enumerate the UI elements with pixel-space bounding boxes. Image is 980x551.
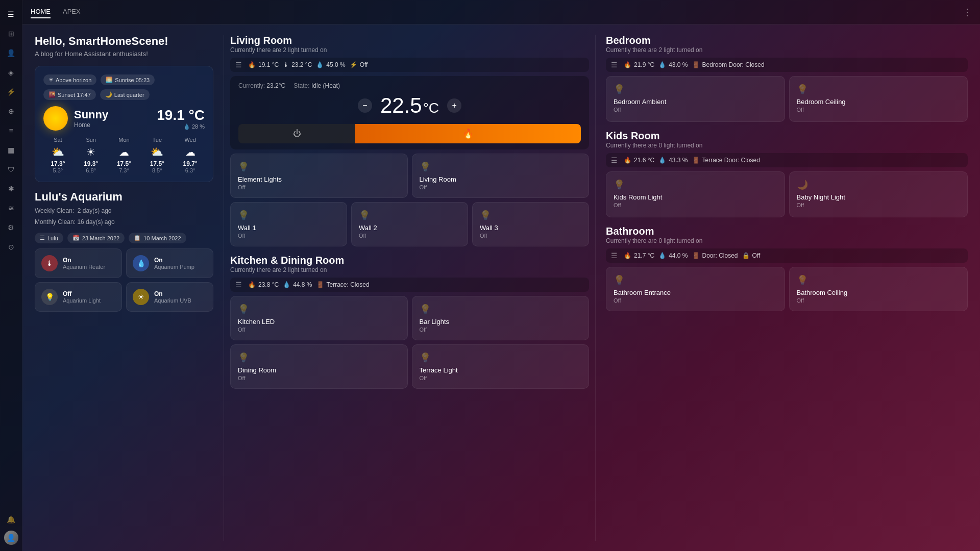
sensor-power: ⚡ Off bbox=[350, 61, 368, 68]
aquarium-light-icon: 💡 bbox=[41, 289, 58, 305]
sidebar-menu-icon[interactable]: ☰ bbox=[3, 6, 19, 22]
light-element-lights[interactable]: 💡 Element Lights Off bbox=[230, 154, 408, 198]
sensor-menu-icon[interactable]: ☰ bbox=[235, 61, 242, 69]
greeting-title: Hello, SmartHomeScene! bbox=[35, 35, 213, 48]
kitchen-lights: 💡 Kitchen LED Off 💡 Bar Lights Off 💡 Din… bbox=[230, 296, 589, 389]
kitchen-section: Kitchen & Dining Room Currently there ar… bbox=[230, 255, 589, 389]
device-heater[interactable]: 🌡 On Aquarium Heater bbox=[35, 248, 122, 278]
sidebar-developer-icon[interactable]: ⊙ bbox=[3, 239, 19, 255]
light-kids-room-light[interactable]: 💡 Kids Room Light Off bbox=[606, 171, 785, 217]
bathroom-lock: 🔒 Off bbox=[742, 252, 761, 259]
sensor-temp2: 🌡 23.2 °C bbox=[283, 61, 312, 68]
light-living-room[interactable]: 💡 Living Room Off bbox=[412, 154, 590, 198]
kids-room-lights: 💡 Kids Room Light Off 🌙 Baby Night Light… bbox=[606, 171, 968, 217]
light-icon: 💡 bbox=[480, 210, 581, 221]
forecast-wed: Wed ☁ 19.7° 6.3° bbox=[176, 137, 205, 173]
sidebar-shield-icon[interactable]: 🛡 bbox=[3, 161, 19, 178]
light-bar-lights[interactable]: 💡 Bar Lights Off bbox=[412, 296, 590, 340]
bathroom-temp: 🔥 21.7 °C bbox=[624, 252, 654, 259]
light-icon: 💡 bbox=[420, 352, 582, 363]
thermostat-info: Currently: 23.2°C State: Idle (Heat) bbox=[238, 82, 581, 89]
weather-info: Sunny Home bbox=[74, 108, 151, 129]
kids-room-subtitle: Currently there are 0 light turned on bbox=[606, 142, 968, 149]
sidebar-chart-icon[interactable]: ▦ bbox=[3, 142, 19, 158]
weather-temperature: 19.1 °C bbox=[157, 107, 205, 123]
living-room-section: Living Room Currently there are 2 light … bbox=[230, 35, 589, 246]
kids-room-sensors: ☰ 🔥 21.6 °C 💧 43.3 % 🚪 Terrace Door: Clo… bbox=[606, 153, 968, 167]
tab-home[interactable]: HOME bbox=[31, 6, 51, 18]
thermostat-decrease-button[interactable]: − bbox=[358, 98, 372, 113]
kitchen-header: Kitchen & Dining Room Currently there ar… bbox=[230, 255, 589, 273]
kitchen-humidity: 💧 44.8 % bbox=[283, 281, 312, 288]
sidebar-automation-icon[interactable]: ✱ bbox=[3, 181, 19, 197]
light-terrace-light[interactable]: 💡 Terrace Light Off bbox=[412, 344, 590, 389]
weather-humidity: 💧 28 % bbox=[157, 123, 205, 130]
sidebar-person-icon[interactable]: 👤 bbox=[3, 45, 19, 61]
sidebar-list-icon[interactable]: ≡ bbox=[3, 122, 19, 139]
top-navigation: HOME APEX ⋮ bbox=[22, 0, 980, 24]
sidebar-energy-icon[interactable]: ⚡ bbox=[3, 84, 19, 100]
tab-apex[interactable]: APEX bbox=[63, 6, 81, 18]
light-baby-night-light[interactable]: 🌙 Baby Night Light Off bbox=[789, 171, 968, 217]
kitchen-sensor-menu-icon[interactable]: ☰ bbox=[235, 281, 242, 289]
thermostat-card: Currently: 23.2°C State: Idle (Heat) − 2… bbox=[230, 76, 589, 149]
sidebar-dashboard-icon[interactable]: ⊞ bbox=[3, 26, 19, 42]
kids-sensor-menu-icon[interactable]: ☰ bbox=[611, 156, 618, 164]
kitchen-temp: 🔥 23.8 °C bbox=[248, 281, 279, 288]
light-dining-room[interactable]: 💡 Dining Room Off bbox=[230, 344, 408, 389]
bedroom-sensor-menu-icon[interactable]: ☰ bbox=[611, 61, 618, 69]
main-area: HOME APEX ⋮ Hello, SmartHomeScene! A blo… bbox=[22, 0, 980, 551]
living-room-sensors: ☰ 🔥 19.1 °C 🌡 23.2 °C 💧 45.0 % ⚡ Off bbox=[230, 58, 589, 72]
bathroom-sensor-menu-icon[interactable]: ☰ bbox=[611, 252, 618, 260]
device-uvb[interactable]: ☀ On Aquarium UVB bbox=[126, 282, 213, 312]
device-light[interactable]: 💡 Off Aquarium Light bbox=[35, 282, 122, 312]
light-bedroom-ceiling[interactable]: 💡 Bedroom Ceiling Off bbox=[789, 76, 968, 122]
bedroom-door: 🚪 Bedroom Door: Closed bbox=[692, 61, 765, 68]
living-room-header: Living Room Currently there are 2 light … bbox=[230, 35, 589, 54]
kids-room-title: Kids Room bbox=[606, 130, 968, 142]
thermostat-flame-button[interactable]: 🔥 bbox=[355, 124, 581, 143]
light-wall-3[interactable]: 💡 Wall 3 Off bbox=[472, 202, 589, 246]
weather-temp-area: 19.1 °C 💧 28 % bbox=[157, 107, 205, 130]
uvb-icon: ☀ bbox=[133, 289, 149, 305]
right-column: Bedroom Currently there are 2 light turn… bbox=[596, 35, 968, 541]
bathroom-humidity: 💧 44.0 % bbox=[658, 252, 688, 259]
bathroom-door: 🚪 Door: Closed bbox=[692, 252, 738, 259]
thermostat-value: 22.5 bbox=[380, 93, 422, 118]
sidebar-settings-icon[interactable]: ⚙ bbox=[3, 219, 19, 236]
bedroom-subtitle: Currently there are 2 light turned on bbox=[606, 46, 968, 54]
sidebar-add-icon[interactable]: ⊕ bbox=[3, 103, 19, 119]
weather-main: Sunny Home 19.1 °C 💧 28 % bbox=[43, 106, 205, 131]
light-bedroom-ambient[interactable]: 💡 Bedroom Ambient Off bbox=[606, 76, 785, 122]
weather-condition: Sunny bbox=[74, 108, 151, 121]
sidebar-bell-icon[interactable]: 🔔 bbox=[3, 511, 19, 528]
greeting-section: Hello, SmartHomeScene! A blog for Home A… bbox=[35, 35, 213, 58]
thermostat-unit: °C bbox=[423, 100, 439, 116]
aquarium-tag-name: ☰Lulu bbox=[35, 233, 63, 243]
sidebar-grid-icon[interactable]: ◈ bbox=[3, 64, 19, 81]
sidebar-scenes-icon[interactable]: ≋ bbox=[3, 200, 19, 216]
light-wall-2[interactable]: 💡 Wall 2 Off bbox=[351, 202, 468, 246]
light-bathroom-ceiling[interactable]: 💡 Bathroom Ceiling Off bbox=[789, 267, 968, 311]
thermostat-power-button[interactable]: ⏻ bbox=[238, 124, 355, 143]
user-avatar[interactable]: 👤 bbox=[4, 531, 18, 545]
kitchen-sensors: ☰ 🔥 23.8 °C 💧 44.8 % 🚪 Terrace: Closed bbox=[230, 278, 589, 292]
aquarium-section: Lulu's Aquarium Weekly Clean: 2 day(s) a… bbox=[35, 190, 213, 312]
thermostat-controls: ⏻ 🔥 bbox=[238, 124, 581, 143]
aquarium-tags: ☰Lulu 📅23 March 2022 📋10 March 2022 bbox=[35, 233, 213, 243]
light-icon: 💡 bbox=[614, 179, 777, 190]
light-kitchen-led[interactable]: 💡 Kitchen LED Off bbox=[230, 296, 408, 340]
light-bathroom-entrance[interactable]: 💡 Bathroom Entrance Off bbox=[606, 267, 785, 311]
sensor-temp: 🔥 19.1 °C bbox=[248, 61, 279, 68]
bathroom-header: Bathroom Currently there are 0 light tur… bbox=[606, 226, 968, 244]
thermostat-increase-button[interactable]: + bbox=[447, 98, 461, 113]
forecast-sun: Sun ☀ 19.3° 6.8° bbox=[77, 137, 106, 173]
bathroom-title: Bathroom bbox=[606, 226, 968, 237]
aquarium-title: Lulu's Aquarium bbox=[35, 190, 213, 204]
bathroom-lights: 💡 Bathroom Entrance Off 💡 Bathroom Ceili… bbox=[606, 267, 968, 311]
menu-dots-icon[interactable]: ⋮ bbox=[963, 7, 972, 18]
light-wall-1[interactable]: 💡 Wall 1 Off bbox=[230, 202, 347, 246]
thermostat-setpoint: − 22.5 °C + bbox=[238, 93, 581, 118]
kids-room-section: Kids Room Currently there are 0 light tu… bbox=[606, 130, 968, 217]
device-pump[interactable]: 💧 On Aquarium Pump bbox=[126, 248, 213, 278]
